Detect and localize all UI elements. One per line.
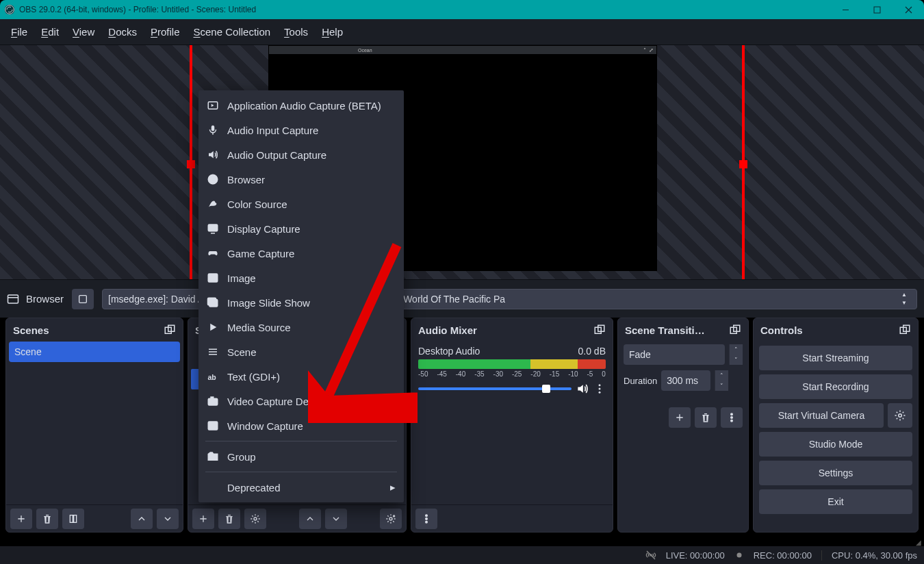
start-virtual-camera-button[interactable]: Start Virtual Camera [759, 403, 884, 428]
ctx-audio-output-capture[interactable]: Audio Output Capture [198, 142, 404, 167]
menu-docks[interactable]: Docks [101, 23, 144, 40]
svg-point-31 [736, 553, 741, 558]
status-rec: REC: 00:00:00 [754, 550, 812, 561]
svg-point-20 [426, 517, 428, 520]
status-live: LIVE: 00:00:00 [666, 550, 725, 561]
ctx-text-gdi[interactable]: abText (GDI+) [198, 364, 404, 389]
scene-item-label: Scene [14, 346, 42, 357]
transition-add-button[interactable] [669, 407, 691, 428]
transition-select[interactable]: Fade [624, 344, 725, 365]
menu-file[interactable]: File [4, 23, 34, 40]
ctx-browser[interactable]: Browser [198, 167, 404, 192]
svg-text:ab: ab [208, 373, 216, 381]
selection-handle-right[interactable] [739, 160, 747, 168]
mixer-channel-name: Desktop Audio [418, 346, 480, 357]
record-off-icon [734, 550, 744, 560]
mixer-title: Audio Mixer [418, 324, 477, 336]
status-cpu: CPU: 0.4%, 30.00 fps [821, 550, 917, 561]
controls-title: Controls [760, 324, 803, 336]
transition-menu-button[interactable] [721, 407, 743, 428]
close-button[interactable] [893, 0, 924, 19]
start-streaming-button[interactable]: Start Streaming [759, 346, 912, 370]
maximize-button[interactable] [861, 0, 893, 19]
ctx-image-slide-show[interactable]: Image Slide Show [198, 290, 404, 315]
svg-point-13 [394, 515, 395, 517]
popout-icon[interactable] [164, 324, 176, 336]
resize-grip-icon[interactable]: ◢ [916, 539, 921, 546]
virtual-camera-settings-button[interactable] [888, 403, 912, 428]
window-select-spin[interactable]: ▲▼ [897, 291, 911, 307]
ctx-display-capture[interactable]: Display Capture [198, 216, 404, 241]
audio-mixer-dock: Audio Mixer Desktop Audio 0.0 dB -50-45 … [411, 318, 613, 533]
scene-remove-button[interactable] [36, 509, 58, 529]
scene-down-button[interactable] [157, 509, 179, 529]
start-recording-button[interactable]: Start Recording [759, 374, 912, 399]
preview-tab-label: Ocean [358, 48, 372, 53]
duration-input[interactable]: 300 ms [661, 370, 710, 391]
source-down-button[interactable] [325, 509, 347, 529]
source-add-button[interactable] [192, 509, 214, 529]
source-properties-bar: Browser [msedge.exe]: David Attenborough… [0, 279, 924, 318]
ctx-audio-input-capture[interactable]: Audio Input Capture [198, 118, 404, 142]
menu-view[interactable]: View [66, 23, 101, 40]
scene-filters-button[interactable] [62, 509, 84, 529]
menu-tools[interactable]: Tools [277, 23, 315, 40]
svg-point-24 [731, 413, 733, 415]
settings-button[interactable]: Settings [759, 461, 912, 485]
svg-rect-3 [8, 295, 18, 303]
popout-icon[interactable] [729, 324, 741, 336]
menu-edit[interactable]: Edit [34, 23, 66, 40]
svg-point-37 [210, 276, 212, 278]
transition-remove-button[interactable] [695, 407, 717, 428]
source-edit-button[interactable] [72, 289, 94, 309]
exit-button[interactable]: Exit [759, 489, 912, 514]
ctx-window-capture[interactable]: Window Capture [198, 413, 404, 438]
preview-stage[interactable]: Ocean ˄⤢ [0, 45, 924, 279]
source-settings2-button[interactable] [380, 509, 402, 529]
svg-point-11 [254, 517, 257, 520]
sources-toolbar [188, 504, 406, 532]
duration-spin[interactable]: ˄˅ [715, 370, 728, 391]
svg-rect-39 [208, 298, 216, 305]
duration-value: 300 ms [667, 375, 698, 386]
mixer-channel-menu[interactable] [593, 383, 606, 395]
svg-point-42 [211, 400, 215, 404]
ctx-image[interactable]: Image [198, 266, 404, 290]
svg-rect-7 [70, 515, 73, 522]
ctx-video-capture-device[interactable]: Video Capture Device [198, 389, 404, 413]
svg-point-29 [899, 414, 902, 418]
popout-icon[interactable] [593, 324, 606, 336]
menu-scene-collection[interactable]: Scene Collection [187, 23, 278, 40]
ctx-color-source[interactable]: Color Source [198, 192, 404, 216]
svg-rect-44 [208, 422, 218, 430]
ctx-group[interactable]: Group [198, 444, 404, 469]
ctx-app-audio-capture[interactable]: Application Audio Capture (BETA) [198, 93, 404, 118]
menu-help[interactable]: Help [315, 23, 350, 40]
source-properties-button[interactable] [244, 509, 266, 529]
source-remove-button[interactable] [218, 509, 240, 529]
scene-up-button[interactable] [131, 509, 153, 529]
mixer-menu-button[interactable] [415, 509, 437, 529]
selection-handle-left[interactable] [187, 160, 195, 168]
transitions-dock: Scene Transiti… Fade ˄˅ Duration 300 ms … [617, 318, 749, 533]
menu-profile[interactable]: Profile [144, 23, 187, 40]
mixer-volume-slider[interactable] [418, 387, 572, 390]
scene-add-button[interactable] [10, 509, 32, 529]
selected-source-name: Browser [26, 293, 64, 305]
transitions-title: Scene Transiti… [625, 324, 705, 336]
ctx-game-capture[interactable]: Game Capture [198, 241, 404, 266]
minimize-button[interactable] [830, 0, 861, 19]
scenes-toolbar [6, 504, 183, 532]
scene-item[interactable]: Scene [9, 342, 180, 362]
svg-point-12 [389, 517, 392, 520]
source-up-button[interactable] [299, 509, 321, 529]
ctx-media-source[interactable]: Media Source [198, 315, 404, 339]
speaker-icon[interactable] [576, 382, 589, 396]
svg-rect-4 [79, 295, 87, 303]
popout-icon[interactable] [899, 324, 911, 336]
studio-mode-button[interactable]: Studio Mode [759, 432, 912, 457]
svg-rect-33 [211, 125, 215, 131]
ctx-deprecated[interactable]: Deprecated▸ [198, 475, 404, 500]
transition-spin[interactable]: ˄˅ [729, 344, 743, 365]
ctx-scene[interactable]: Scene [198, 339, 404, 364]
